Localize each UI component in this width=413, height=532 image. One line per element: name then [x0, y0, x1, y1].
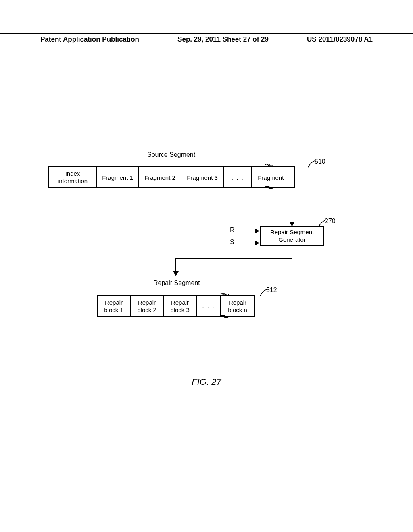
connector-line — [188, 200, 292, 200]
ref-512: 512 — [266, 287, 277, 294]
figure-caption: FIG. 27 — [0, 377, 413, 387]
arrowhead-right-icon — [255, 229, 259, 233]
repair-segment-generator-box: Repair Segment Generator — [260, 226, 324, 246]
break-mark-icon — [264, 162, 274, 168]
cell-ellipsis: . . . — [197, 296, 221, 316]
repair-segment-label: Repair Segment — [153, 279, 200, 287]
connector-line — [175, 258, 176, 272]
break-mark-icon — [220, 291, 229, 297]
connector-line — [240, 243, 256, 243]
connector-line — [292, 200, 292, 223]
ref-510: 510 — [315, 158, 325, 165]
break-mark-icon — [264, 185, 274, 190]
cell-fragment-1: Fragment 1 — [97, 167, 139, 187]
ref-270: 270 — [325, 218, 336, 225]
connector-line — [292, 246, 292, 258]
cell-index-info: Index information — [49, 167, 97, 187]
connector-line — [175, 258, 292, 259]
cell-repair-block-3: Repair block 3 — [164, 296, 197, 316]
cell-fragment-3: Fragment 3 — [181, 167, 224, 187]
header-date: Sep. 29, 2011 Sheet 27 of 29 — [177, 35, 269, 44]
header-right: US 2011/0239078 A1 — [307, 35, 373, 44]
input-S-label: S — [230, 239, 234, 246]
page-header: Patent Application Publication Sep. 29, … — [0, 33, 413, 45]
arrowhead-right-icon — [255, 241, 259, 245]
cell-repair-block-2: Repair block 2 — [131, 296, 164, 316]
source-segment-label: Source Segment — [147, 151, 195, 158]
arrowhead-down-icon — [173, 271, 179, 276]
connector-line — [188, 188, 188, 200]
cell-fragment-2: Fragment 2 — [139, 167, 181, 187]
cell-repair-block-1: Repair block 1 — [98, 296, 131, 316]
header-left: Patent Application Publication — [40, 35, 139, 44]
cell-ellipsis: . . . — [224, 167, 252, 187]
leader-curve-icon — [307, 160, 315, 168]
connector-line — [240, 231, 256, 231]
break-mark-icon — [220, 314, 229, 319]
source-segment-table: Index information Fragment 1 Fragment 2 … — [48, 166, 295, 188]
repair-segment-table: Repair block 1 Repair block 2 Repair blo… — [97, 295, 255, 317]
input-R-label: R — [230, 227, 235, 234]
